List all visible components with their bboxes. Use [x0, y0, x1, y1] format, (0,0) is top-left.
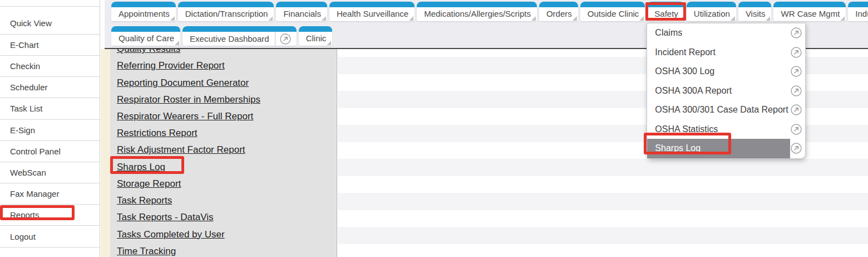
tab-corner-fold [639, 16, 644, 21]
tab-outside-clinic[interactable]: Outside Clinic [580, 2, 645, 21]
report-link-respirator-wearers-full-report[interactable]: Respirator Wearers - Full Report [117, 111, 253, 122]
sidebar-item-label: E-Chart [10, 40, 39, 50]
popout-icon[interactable] [790, 100, 805, 120]
report-row: Time Tracking [110, 243, 337, 257]
sidebar: Quick View E-Chart Checkin Scheduler Tas… [0, 0, 100, 257]
report-link-reporting-document-generator[interactable]: Reporting Document Generator [117, 77, 249, 89]
tab-label: Medications/Allergies/Scripts [424, 9, 531, 18]
tab-clinic[interactable]: Clinic [299, 26, 333, 46]
sidebar-item-logout[interactable]: Logout [0, 226, 100, 247]
report-row: Storage Report [110, 176, 337, 192]
tab-corner-fold [327, 41, 331, 45]
sidebar-item-label: Logout [10, 232, 36, 241]
tab-row-1: Appointments Dictation/Transcription Fin… [111, 2, 868, 21]
sidebar-item-label: Control Panel [10, 147, 61, 156]
top-tab-bar: Appointments Dictation/Transcription Fin… [105, 0, 868, 49]
report-link-storage-report[interactable]: Storage Report [117, 178, 181, 190]
report-row: Task Reports - DataVis [110, 209, 337, 226]
report-link-restrictions-report[interactable]: Restrictions Report [117, 128, 198, 139]
sidebar-item-fax-manager[interactable]: Fax Manager [0, 183, 100, 205]
sidebar-item-scheduler[interactable]: Scheduler [0, 77, 100, 98]
sidebar-item-e-sign[interactable]: E-Sign [0, 120, 100, 141]
tab-industrial-hygiene[interactable]: Industrial Hygiene [848, 2, 868, 21]
tab-quality-of-care[interactable]: Quality of Care [111, 26, 180, 46]
tab-label: Utilization [694, 9, 730, 18]
sidebar-top-spacer [0, 0, 100, 7]
tab-health-surveillance[interactable]: Health Surveillance [329, 2, 415, 21]
report-row: Respirator Wearers - Full Report [110, 108, 337, 125]
tab-corner-fold [175, 41, 179, 45]
tab-label: Industrial Hygiene [855, 9, 868, 18]
popout-icon[interactable] [790, 120, 805, 139]
report-row: Sharps Log [110, 159, 337, 176]
menu-item-osha-statistics[interactable]: OSHA Statistics [647, 120, 805, 139]
tab-visits[interactable]: Visits [738, 2, 772, 21]
popout-icon[interactable] [790, 43, 805, 62]
tab-safety[interactable]: Safety Claims Incident Report OSHA 300 L… [647, 2, 684, 21]
report-link-task-reports-datavis[interactable]: Task Reports - DataVis [117, 212, 214, 223]
tab-label: Appointments [119, 9, 170, 18]
tab-label: Visits [746, 9, 766, 18]
tab-financials[interactable]: Financials [276, 2, 327, 21]
popout-icon[interactable] [790, 62, 805, 81]
menu-item-sharps-log[interactable]: Sharps Log [647, 139, 805, 158]
tab-executive-dashboard[interactable]: Executive Dashboard [183, 26, 297, 46]
sidebar-item-reports[interactable]: Reports [0, 205, 100, 226]
menu-item-incident-report[interactable]: Incident Report [647, 43, 805, 62]
report-link-referring-provider-report[interactable]: Referring Provider Report [117, 60, 225, 71]
tab-orders[interactable]: Orders [539, 2, 578, 21]
tab-label: Quality of Care [119, 33, 174, 43]
menu-item-osha-300a-report[interactable]: OSHA 300A Report [647, 81, 805, 101]
tab-corner-fold [170, 16, 175, 21]
report-link-risk-adjustment-factor-report[interactable]: Risk Adjustment Factor Report [117, 144, 245, 156]
tab-label: Clinic [306, 33, 327, 43]
report-row: Reporting Document Generator [110, 74, 337, 91]
tab-label: Financials [283, 9, 321, 18]
tab-corner-fold [322, 16, 326, 21]
tab-corner-fold [409, 16, 413, 21]
sidebar-item-checkin[interactable]: Checkin [0, 56, 100, 77]
tab-corner-fold [268, 16, 273, 21]
menu-item-claims[interactable]: Claims [647, 23, 805, 43]
report-row: Tasks Completed by User [110, 226, 337, 243]
sidebar-item-e-chart[interactable]: E-Chart [0, 35, 100, 56]
sidebar-item-webscan[interactable]: WebScan [0, 162, 100, 183]
tab-dictation-transcription[interactable]: Dictation/Transcription [178, 2, 274, 21]
left-accent-strip [101, 49, 110, 257]
tab-wr-case-mgmt[interactable]: WR Case Mgmt [773, 2, 846, 21]
tab-appointments[interactable]: Appointments [111, 2, 176, 21]
sidebar-item-quick-view[interactable]: Quick View [0, 7, 100, 35]
sidebar-item-label: Scheduler [10, 83, 48, 92]
report-link-sharps-log[interactable]: Sharps Log [117, 162, 165, 173]
tab-label: Executive Dashboard [190, 32, 269, 46]
popout-icon[interactable] [275, 33, 293, 45]
tab-label: Dictation/Transcription [185, 9, 268, 18]
tab-corner-fold [766, 16, 770, 21]
menu-item-osha-300-log[interactable]: OSHA 300 Log [647, 62, 805, 81]
report-link-tasks-completed-by-user[interactable]: Tasks Completed by User [117, 229, 225, 240]
tab-corner-fold [573, 16, 577, 21]
tab-label: Health Surveillance [337, 9, 408, 18]
tab-corner-fold [679, 16, 683, 21]
sidebar-item-control-panel[interactable]: Control Panel [0, 141, 100, 162]
reports-link-list: Quality Results Referring Provider Repor… [110, 41, 337, 257]
sidebar-item-task-list[interactable]: Task List [0, 98, 100, 119]
sidebar-item-label: WebScan [10, 168, 46, 177]
popout-icon[interactable] [790, 23, 805, 43]
tab-label: WR Case Mgmt [781, 9, 840, 18]
tab-utilization[interactable]: Utilization [687, 2, 736, 21]
sidebar-item-label: Quick View [10, 18, 52, 28]
tab-label: Safety [654, 9, 678, 18]
sidebar-item-label: E-Sign [10, 125, 35, 135]
tab-corner-fold [840, 16, 845, 21]
popout-icon[interactable] [790, 139, 805, 158]
report-link-time-tracking[interactable]: Time Tracking [117, 246, 176, 257]
tab-label: Orders [546, 9, 572, 18]
tab-medications-allergies-scripts[interactable]: Medications/Allergies/Scripts [417, 2, 537, 21]
tab-corner-fold [731, 16, 735, 21]
popout-icon[interactable] [790, 81, 805, 101]
sidebar-item-label: Checkin [10, 61, 40, 71]
report-link-respirator-roster-in-memberships[interactable]: Respirator Roster in Memberships [117, 94, 260, 105]
menu-item-osha-300-301-case-data-report[interactable]: OSHA 300/301 Case Data Report [647, 100, 805, 120]
report-link-task-reports[interactable]: Task Reports [117, 195, 172, 206]
